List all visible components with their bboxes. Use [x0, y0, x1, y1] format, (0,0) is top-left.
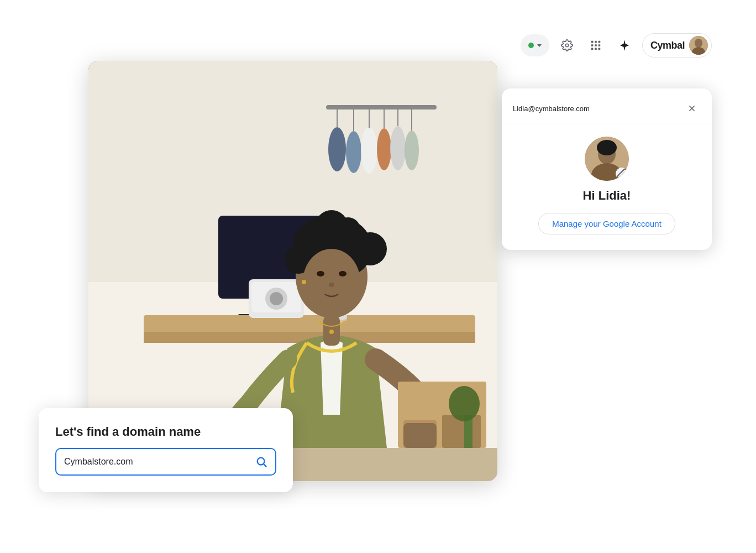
svg-point-73: [258, 458, 265, 465]
brand-avatar: [689, 36, 708, 55]
popup-close-button[interactable]: [683, 100, 701, 117]
svg-rect-9: [599, 48, 601, 50]
svg-point-57: [329, 330, 334, 334]
domain-search-button[interactable]: [248, 449, 275, 474]
svg-point-65: [449, 386, 480, 421]
avatar-edit-button[interactable]: [616, 168, 628, 180]
svg-rect-8: [595, 48, 597, 50]
domain-search-box: [55, 448, 276, 476]
chevron-down-icon: [537, 44, 542, 47]
gear-icon: [561, 39, 573, 51]
svg-point-0: [565, 44, 569, 47]
svg-point-52: [339, 271, 347, 276]
svg-rect-6: [599, 44, 601, 46]
status-button[interactable]: [521, 34, 549, 56]
svg-rect-4: [591, 44, 594, 46]
apps-button[interactable]: [585, 34, 607, 56]
svg-point-17: [346, 131, 361, 173]
svg-point-20: [390, 126, 406, 170]
svg-point-11: [695, 39, 702, 48]
svg-point-47: [304, 221, 326, 243]
svg-point-36: [270, 292, 283, 305]
svg-rect-5: [595, 44, 597, 46]
popup-email: Lidia@cymbalstore.com: [513, 105, 590, 113]
domain-search-card: Let's find a domain name: [39, 408, 293, 492]
domain-card-title: Let's find a domain name: [55, 425, 276, 439]
svg-rect-7: [591, 48, 594, 50]
svg-point-48: [336, 217, 360, 242]
svg-rect-15: [326, 105, 437, 109]
svg-rect-2: [595, 41, 597, 43]
domain-search-input[interactable]: [56, 450, 248, 473]
spark-icon: [618, 39, 631, 52]
toolbar: Cymbal: [521, 33, 712, 58]
close-icon: [687, 103, 697, 113]
search-icon: [255, 456, 267, 468]
popup-body: Hi Lidia! Manage your Google Account: [502, 123, 712, 250]
svg-point-21: [405, 131, 419, 170]
svg-rect-3: [599, 41, 601, 43]
apps-icon: [590, 39, 602, 51]
svg-point-54: [302, 280, 306, 284]
svg-point-19: [377, 128, 391, 170]
svg-line-74: [264, 464, 266, 467]
settings-button[interactable]: [556, 34, 578, 56]
svg-rect-1: [591, 41, 594, 43]
svg-point-49: [354, 232, 387, 265]
popup-avatar: [585, 137, 629, 181]
brand-button[interactable]: Cymbal: [642, 33, 712, 58]
svg-point-51: [317, 271, 324, 276]
spark-button[interactable]: [613, 34, 636, 56]
svg-point-53: [329, 283, 334, 287]
brand-name: Cymbal: [650, 40, 685, 51]
svg-point-50: [303, 249, 360, 315]
svg-point-16: [328, 127, 346, 171]
svg-point-71: [597, 140, 617, 155]
svg-rect-63: [403, 423, 437, 448]
popup-greeting: Hi Lidia!: [583, 189, 631, 203]
status-dot: [528, 43, 534, 48]
popup-header: Lidia@cymbalstore.com: [502, 88, 712, 123]
manage-account-button[interactable]: Manage your Google Account: [538, 213, 675, 234]
svg-point-18: [361, 127, 377, 174]
account-popup: Lidia@cymbalstore.com: [502, 88, 712, 250]
